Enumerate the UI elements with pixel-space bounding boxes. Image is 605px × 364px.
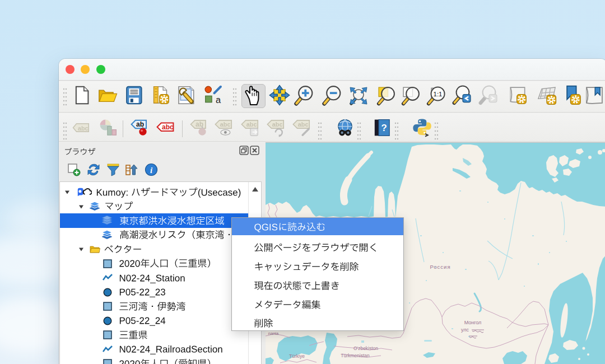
svg-text:abc: abc (298, 121, 309, 128)
svg-text:abc: abc (220, 121, 231, 128)
svg-text:nania: nania (268, 331, 279, 336)
svg-text:Türkmenistan: Türkmenistan (341, 353, 370, 358)
svg-text:улс: улс (461, 327, 469, 333)
svg-text:abc: abc (246, 121, 257, 128)
svg-text:1:1: 1:1 (434, 91, 443, 97)
svg-text:abc: abc (78, 125, 89, 132)
svg-text:abc: abc (162, 123, 174, 131)
svg-text:Монгол: Монгол (464, 320, 482, 325)
svg-text:a: a (216, 95, 221, 105)
svg-text:Россия: Россия (430, 264, 450, 270)
svg-text:abc: abc (272, 121, 283, 128)
svg-text:?: ? (381, 123, 387, 133)
svg-text:O'zbekiston: O'zbekiston (353, 346, 378, 351)
svg-text:Türkiye: Türkiye (289, 353, 305, 359)
